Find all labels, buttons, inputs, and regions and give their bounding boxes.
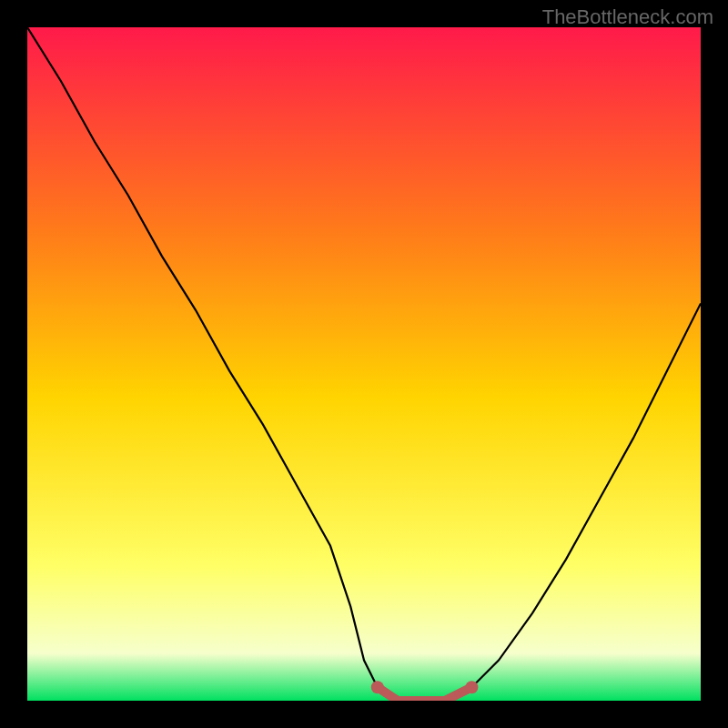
chart-svg [27,27,701,701]
optimal-range-dot [465,681,478,693]
optimal-range-dot [371,681,384,693]
watermark-text: TheBottleneck.com [542,5,713,29]
chart-background [27,27,701,701]
bottleneck-chart [27,27,701,701]
